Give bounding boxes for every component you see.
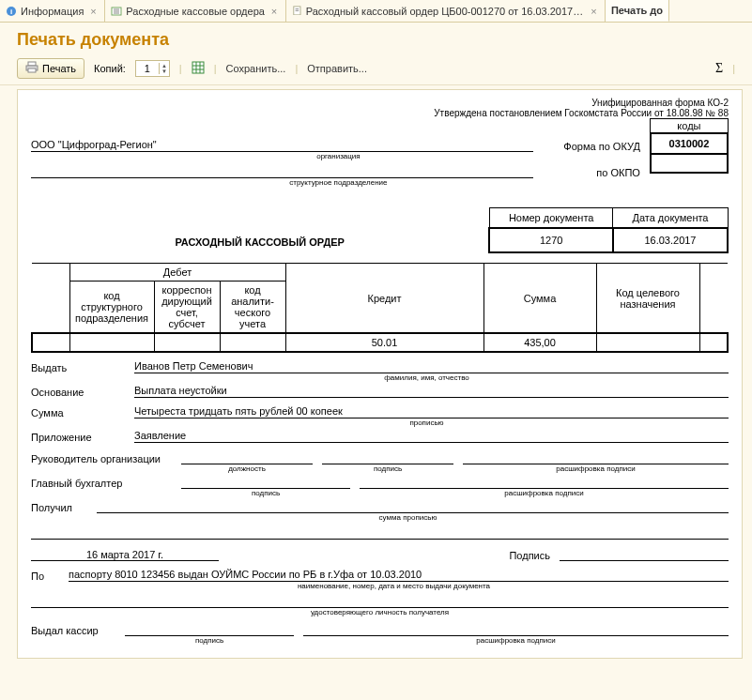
sig-podpis bbox=[560, 549, 729, 561]
form-header-1: Унифицированная форма КО-2 bbox=[31, 98, 729, 108]
col-kodau: код аналити- ческого учета bbox=[220, 282, 285, 334]
ruk-label: Руководитель организации bbox=[31, 453, 172, 464]
date-header: Дата документа bbox=[613, 208, 728, 229]
doc-title: РАСХОДНЫЙ КАССОВЫЙ ОРДЕР bbox=[31, 236, 488, 253]
division-sublabel: структурное подразделение bbox=[31, 178, 646, 187]
save-button[interactable]: Сохранить... bbox=[226, 63, 286, 74]
copies-spinner[interactable]: ▲▼ bbox=[135, 60, 170, 77]
doc-num-date-table: Номер документа Дата документа 1270 16.0… bbox=[488, 207, 729, 253]
close-icon[interactable]: × bbox=[87, 6, 99, 17]
pril-value: Заявление bbox=[134, 430, 729, 443]
okpo-value bbox=[651, 154, 728, 173]
main-table: Дебет Кредит Сумма Код целевого назначен… bbox=[31, 263, 729, 353]
copies-label: Копий: bbox=[94, 63, 126, 74]
cell-kodsp bbox=[69, 333, 154, 352]
pril-label: Приложение bbox=[31, 432, 125, 443]
po-value: паспорту 8010 123456 выдан ОУЙМС России … bbox=[69, 569, 729, 582]
poluchil-label: Получил bbox=[31, 502, 87, 513]
tab-order-doc[interactable]: Расходный кассовый ордер ЦБ00-001270 от … bbox=[286, 0, 606, 22]
glbuh-label: Главный бухгалтер bbox=[31, 478, 172, 489]
okpo-label: по ОКПО bbox=[533, 167, 646, 178]
vydal-podpis bbox=[125, 624, 294, 636]
col-naz: Код целевого назначения bbox=[596, 264, 699, 334]
organization-sublabel: организация bbox=[31, 152, 646, 160]
cell-kredit: 50.01 bbox=[285, 333, 483, 352]
cell-kodau bbox=[220, 333, 285, 352]
po-label: По bbox=[31, 571, 59, 582]
page-title: Печать документа bbox=[0, 23, 752, 55]
col-korr: корреспон дирующий счет, субсчет bbox=[154, 282, 220, 334]
table-icon[interactable] bbox=[192, 61, 205, 76]
col-summa: Сумма bbox=[483, 264, 596, 334]
osn-label: Основание bbox=[31, 387, 125, 398]
ruk-dolzh bbox=[181, 452, 313, 464]
copies-input[interactable] bbox=[136, 62, 159, 75]
osn-value: Выплата неустойки bbox=[134, 385, 729, 398]
tab-info[interactable]: i Информация × bbox=[0, 0, 105, 22]
vydal-label: Выдал кассир bbox=[31, 625, 115, 636]
printer-icon bbox=[25, 61, 38, 76]
col-debet: Дебет bbox=[69, 264, 285, 282]
poluchil-val bbox=[97, 501, 729, 513]
info-icon: i bbox=[6, 6, 17, 17]
cell-empty1 bbox=[32, 333, 69, 352]
vydat-value: Иванов Петр Семенович bbox=[134, 360, 729, 373]
tab-label: Расходные кассовые ордера bbox=[126, 6, 265, 17]
print-button[interactable]: Печать bbox=[17, 58, 84, 79]
cell-summa: 435,00 bbox=[483, 333, 596, 352]
doc-number: 1270 bbox=[489, 228, 613, 252]
organization: ООО "Цифроград-Регион" bbox=[31, 139, 533, 152]
num-header: Номер документа bbox=[489, 208, 613, 229]
tab-print[interactable]: Печать до bbox=[606, 0, 669, 22]
toolbar: Печать Копий: ▲▼ | | Сохранить... | Отпр… bbox=[0, 55, 752, 85]
summa-value: Четыреста тридцать пять рублей 00 копеек bbox=[134, 405, 729, 418]
sigma-icon[interactable]: Σ bbox=[715, 61, 723, 76]
tab-label: Информация bbox=[21, 6, 84, 17]
division bbox=[31, 166, 533, 178]
vydal-rasp bbox=[303, 624, 729, 636]
list-icon bbox=[111, 6, 122, 17]
svg-rect-12 bbox=[192, 62, 204, 73]
sig-podpis-label: Подпись bbox=[509, 550, 550, 561]
svg-text:i: i bbox=[10, 8, 12, 16]
col-kredit: Кредит bbox=[285, 264, 483, 334]
ruk-rasp bbox=[463, 452, 729, 464]
document-preview: Унифицированная форма КО-2 Утверждена по… bbox=[17, 89, 743, 659]
doc-icon bbox=[292, 6, 302, 17]
tab-label: Печать до bbox=[611, 5, 663, 16]
okud-label: Форма по ОКУД bbox=[533, 141, 646, 152]
svg-rect-9 bbox=[28, 62, 36, 66]
tab-orders[interactable]: Расходные кассовые ордера × bbox=[105, 0, 286, 22]
svg-rect-11 bbox=[28, 68, 36, 72]
codes-table: коды 0310002 bbox=[650, 118, 729, 174]
summa-label: Сумма bbox=[31, 407, 125, 418]
glbuh-rasp bbox=[360, 477, 729, 489]
close-icon[interactable]: × bbox=[589, 6, 599, 17]
close-icon[interactable]: × bbox=[269, 6, 280, 17]
codes-header: коды bbox=[651, 119, 728, 134]
tab-label: Расходный кассовый ордер ЦБ00-001270 от … bbox=[306, 6, 585, 17]
spinner-buttons[interactable]: ▲▼ bbox=[159, 63, 169, 74]
cell-korr bbox=[154, 333, 220, 352]
send-button[interactable]: Отправить... bbox=[307, 63, 367, 74]
tab-bar: i Информация × Расходные кассовые ордера… bbox=[0, 0, 752, 23]
summa-sublabel: прописью bbox=[125, 418, 729, 427]
col-kodsp: код структурного подразделения bbox=[69, 282, 154, 334]
okud-value: 0310002 bbox=[651, 133, 728, 154]
cell-naz bbox=[596, 333, 699, 352]
sig-date: 16 марта 2017 г. bbox=[31, 549, 219, 561]
vydat-label: Выдать bbox=[31, 362, 125, 373]
glbuh-podpis bbox=[181, 477, 350, 489]
doc-date: 16.03.2017 bbox=[613, 228, 728, 252]
ruk-podpis bbox=[322, 452, 453, 464]
vydat-sublabel: фамилия, имя, отчество bbox=[125, 373, 729, 382]
form-header-2: Утверждена постановлением Госкомстата Ро… bbox=[31, 108, 729, 118]
print-label: Печать bbox=[42, 63, 76, 74]
